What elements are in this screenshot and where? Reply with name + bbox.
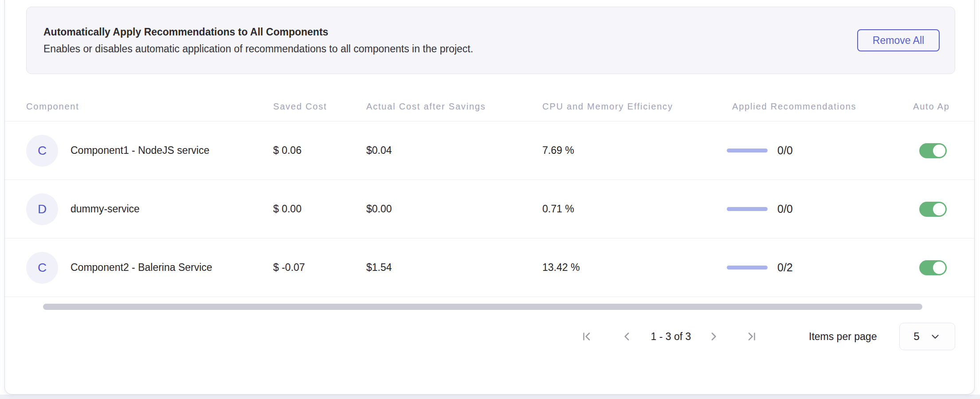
banner-text-block: Automatically Apply Recommendations to A… [43,26,473,55]
next-page-button[interactable] [705,328,722,345]
auto-apply-cell [919,239,947,297]
component-avatar: C [26,135,58,167]
column-header-applied-recommendations: Applied Recommendations [732,92,856,121]
saved-cost-value: $ 0.06 [273,121,302,180]
auto-apply-toggle[interactable] [919,260,947,275]
applied-progress-bar [727,266,768,270]
column-header-auto-apply: Auto Ap [913,92,950,121]
items-per-page-value: 5 [913,330,919,343]
component-name: Component1 - NodeJS service [71,145,209,156]
applied-progress-bar [727,207,768,211]
chevron-down-icon [929,331,941,342]
recommendations-page: Automatically Apply Recommendations to A… [0,0,980,399]
recommendations-card: Automatically Apply Recommendations to A… [4,0,975,395]
component-cell: C Component1 - NodeJS service [26,121,209,180]
last-page-button[interactable] [742,328,760,345]
banner-description: Enables or disables automatic applicatio… [43,43,473,55]
auto-apply-cell [919,121,947,180]
page-range-label: 1 - 3 of 3 [642,331,700,343]
toggle-knob [933,203,945,215]
actual-cost-value: $1.54 [366,239,392,297]
column-header-efficiency: CPU and Memory Efficiency [542,92,673,121]
actual-cost-value: $0.00 [366,180,392,238]
table-row: C Component2 - Balerina Service $ -0.07 … [5,239,975,297]
banner-title: Automatically Apply Recommendations to A… [43,26,473,38]
component-name: Component2 - Balerina Service [71,262,212,274]
applied-count: 0/2 [777,261,793,274]
table-row: D dummy-service $ 0.00 $0.00 0.71 % 0/0 [5,180,975,239]
applied-recommendations-cell: 0/0 [727,121,793,180]
horizontal-scrollbar-thumb[interactable] [43,304,922,310]
column-header-component: Component [26,92,79,121]
actual-cost-value: $0.04 [366,121,392,180]
auto-apply-toggle[interactable] [919,202,947,217]
applied-count: 0/0 [777,203,793,215]
applied-progress-bar [727,149,768,153]
first-page-icon [580,330,594,343]
items-per-page-label: Items per page [809,331,877,343]
column-header-actual-cost: Actual Cost after Savings [366,92,486,121]
table-row: C Component1 - NodeJS service $ 0.06 $0.… [5,121,975,180]
auto-apply-cell [919,180,947,238]
chevron-left-icon [620,330,634,343]
toggle-knob [933,145,945,157]
component-avatar: C [26,252,58,284]
auto-apply-toggle[interactable] [919,143,947,158]
component-cell: D dummy-service [26,180,140,238]
last-page-icon [745,330,758,343]
column-header-saved-cost: Saved Cost [273,92,327,121]
items-per-page-select[interactable]: 5 [899,323,955,350]
previous-page-button[interactable] [618,328,636,345]
applied-recommendations-cell: 0/2 [727,239,793,297]
applied-recommendations-cell: 0/0 [727,180,793,238]
saved-cost-value: $ -0.07 [273,239,305,297]
auto-apply-banner: Automatically Apply Recommendations to A… [26,7,955,74]
component-avatar: D [26,193,58,225]
component-cell: C Component2 - Balerina Service [26,239,212,297]
efficiency-value: 0.71 % [542,180,574,238]
remove-all-button[interactable]: Remove All [857,29,940,51]
efficiency-value: 7.69 % [542,121,574,180]
pagination-bar: 1 - 3 of 3 Items per page 5 [5,322,975,351]
page-background-strip [0,395,980,399]
saved-cost-value: $ 0.00 [273,180,302,238]
applied-count: 0/0 [777,144,793,157]
components-table: Component Saved Cost Actual Cost after S… [5,92,975,297]
component-name: dummy-service [71,203,140,215]
efficiency-value: 13.42 % [542,239,580,297]
table-header-row: Component Saved Cost Actual Cost after S… [5,92,975,121]
chevron-right-icon [707,330,720,343]
first-page-button[interactable] [578,328,596,345]
toggle-knob [933,262,945,274]
